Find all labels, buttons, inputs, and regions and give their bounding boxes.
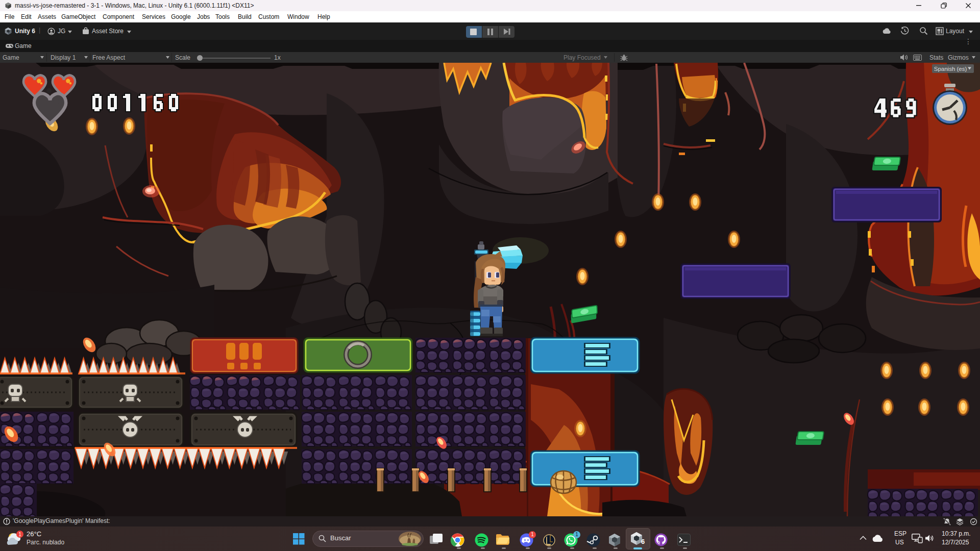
svg-text:6: 6: [641, 538, 645, 545]
svg-text:1: 1: [18, 532, 21, 537]
svg-text:Spanish (es): Spanish (es): [934, 66, 967, 72]
